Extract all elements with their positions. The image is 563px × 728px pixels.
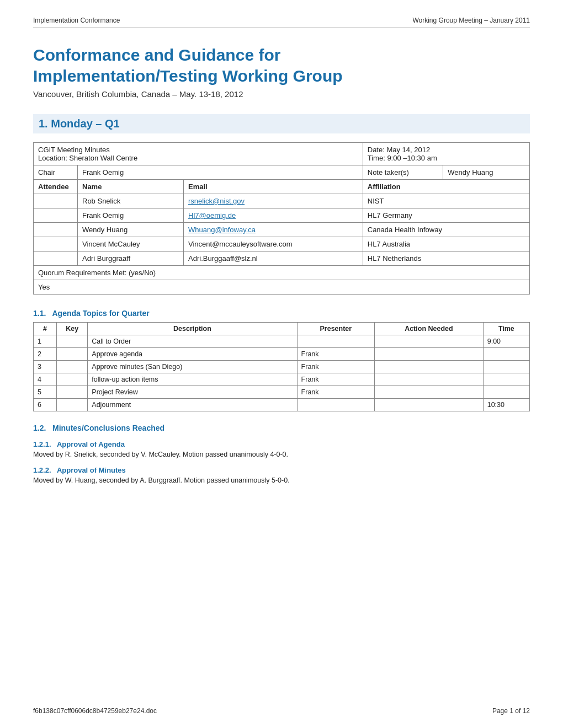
col-action: Action Needed <box>375 323 484 335</box>
agenda-row-6: 6 Adjournment 10:30 <box>34 399 530 411</box>
agenda-time-2 <box>483 348 529 361</box>
name-col-header: Name <box>78 180 184 194</box>
meeting-header-row: CGIT Meeting Minutes Location: Sheraton … <box>34 143 530 165</box>
agenda-desc-5: Project Review <box>88 386 297 399</box>
agenda-time-1: 9:00 <box>483 335 529 348</box>
agenda-key-6 <box>57 399 88 411</box>
agenda-presenter-1 <box>297 335 374 348</box>
main-title: Conformance and Guidance for Implementat… <box>33 45 530 86</box>
attendee-name-1: Rob Snelick <box>78 194 184 208</box>
agenda-row-3: 3 Approve minutes (San Diego) Frank <box>34 361 530 373</box>
note-taker-value-cell: Wendy Huang <box>443 165 530 180</box>
attendee-row-2: Frank Oemig Hl7@oemig.de HL7 Germany <box>34 208 530 223</box>
attendee-name-2: Frank Oemig <box>78 208 184 223</box>
agenda-row-4: 4 follow-up action items Frank <box>34 373 530 386</box>
attendee-affil-5: HL7 Netherlands <box>363 251 529 266</box>
attendee-email-2: Hl7@oemig.de <box>184 208 363 223</box>
footer-right: Page 1 of 12 <box>492 707 530 715</box>
agenda-desc-1: Call to Order <box>88 335 297 348</box>
attendee-header-row: Attendee Name Email Affiliation <box>34 180 530 194</box>
page-header: Implementation Conformance Working Group… <box>33 17 530 28</box>
section1-2-2-heading: 1.2.2. Approval of Minutes <box>33 466 530 474</box>
title-line1: Conformance and Guidance for <box>33 46 280 64</box>
note-taker-label-cell: Note taker(s) <box>363 165 443 180</box>
agenda-key-1 <box>57 335 88 348</box>
agenda-action-4 <box>375 373 484 386</box>
attendee-name-5: Adri Burggraaff <box>78 251 184 266</box>
agenda-num-4: 4 <box>34 373 57 386</box>
attendee-label-1 <box>34 194 78 208</box>
col-num: # <box>34 323 57 335</box>
agenda-num-2: 2 <box>34 348 57 361</box>
header-right: Working Group Meeting – January 2011 <box>412 17 530 24</box>
agenda-row-5: 5 Project Review Frank <box>34 386 530 399</box>
agenda-row-1: 1 Call to Order 9:00 <box>34 335 530 348</box>
agenda-action-6 <box>375 399 484 411</box>
title-line2: Implementation/Testing Working Group <box>33 67 343 85</box>
agenda-presenter-6 <box>297 399 374 411</box>
agenda-desc-4: follow-up action items <box>88 373 297 386</box>
attendee-label-2 <box>34 208 78 223</box>
title-section: Conformance and Guidance for Implementat… <box>33 45 530 99</box>
agenda-header-row: # Key Description Presenter Action Neede… <box>34 323 530 335</box>
attendee-label-5 <box>34 251 78 266</box>
agenda-action-2 <box>375 348 484 361</box>
agenda-row-2: 2 Approve agenda Frank <box>34 348 530 361</box>
chair-label-cell: Chair <box>34 165 78 180</box>
attendee-label-4 <box>34 237 78 251</box>
attendee-email-5: Adri.Burggaaff@slz.nl <box>184 251 363 266</box>
agenda-desc-3: Approve minutes (San Diego) <box>88 361 297 373</box>
attendee-email-1: rsnelick@nist.gov <box>184 194 363 208</box>
agenda-time-4 <box>483 373 529 386</box>
section1-2-1-text: Moved by R. Snelick, seconded by V. McCa… <box>33 451 530 458</box>
agenda-num-1: 1 <box>34 335 57 348</box>
section1-1-heading: 1.1. Agenda Topics for Quarter <box>33 309 530 318</box>
chair-value-cell: Frank Oemig <box>78 165 363 180</box>
agenda-presenter-3: Frank <box>297 361 374 373</box>
chair-row: Chair Frank Oemig Note taker(s) Wendy Hu… <box>34 165 530 180</box>
agenda-time-3 <box>483 361 529 373</box>
meeting-time: Time: 9:00 –10:30 am <box>368 154 525 162</box>
attendee-name-4: Vincent McCauley <box>78 237 184 251</box>
email-col-header: Email <box>184 180 363 194</box>
section1-heading: 1. Monday – Q1 <box>33 114 530 133</box>
attendee-label-3 <box>34 223 78 237</box>
attendee-affil-4: HL7 Australia <box>363 237 529 251</box>
attendee-row-5: Adri Burggraaff Adri.Burggaaff@slz.nl HL… <box>34 251 530 266</box>
meeting-date: Date: May 14, 2012 <box>368 146 525 154</box>
agenda-time-6: 10:30 <box>483 399 529 411</box>
attendee-row-1: Rob Snelick rsnelick@nist.gov NIST <box>34 194 530 208</box>
agenda-presenter-5: Frank <box>297 386 374 399</box>
agenda-table: # Key Description Presenter Action Neede… <box>33 322 530 411</box>
attendee-email-4: Vincent@mccauleysoftware.com <box>184 237 363 251</box>
affiliation-col-header: Affiliation <box>363 180 529 194</box>
quorum-value-cell: Yes <box>34 280 530 295</box>
agenda-action-1 <box>375 335 484 348</box>
header-left: Implementation Conformance <box>33 17 120 24</box>
agenda-key-2 <box>57 348 88 361</box>
meeting-title-cell: CGIT Meeting Minutes Location: Sheraton … <box>34 143 363 165</box>
col-time: Time <box>483 323 529 335</box>
agenda-key-3 <box>57 361 88 373</box>
section1-2-2-text: Moved by W. Huang, seconded by A. Burggr… <box>33 477 530 484</box>
col-key: Key <box>57 323 88 335</box>
agenda-key-5 <box>57 386 88 399</box>
quorum-label-row: Quorum Requirements Met: (yes/No) <box>34 266 530 280</box>
meeting-date-cell: Date: May 14, 2012 Time: 9:00 –10:30 am <box>363 143 529 165</box>
agenda-desc-6: Adjournment <box>88 399 297 411</box>
attendee-affil-3: Canada Health Infoway <box>363 223 529 237</box>
footer-left: f6b138c07cff0606dc8b47259eb27e24.doc <box>33 707 157 715</box>
attendee-name-3: Wendy Huang <box>78 223 184 237</box>
attendee-email-3: Whuang@infoway.ca <box>184 223 363 237</box>
section1-2-heading: 1.2. Minutes/Conclusions Reached <box>33 424 530 432</box>
agenda-action-3 <box>375 361 484 373</box>
meeting-info-table: CGIT Meeting Minutes Location: Sheraton … <box>33 142 530 295</box>
attendee-row-4: Vincent McCauley Vincent@mccauleysoftwar… <box>34 237 530 251</box>
attendee-affil-2: HL7 Germany <box>363 208 529 223</box>
agenda-presenter-2: Frank <box>297 348 374 361</box>
attendee-affil-1: NIST <box>363 194 529 208</box>
quorum-label-cell: Quorum Requirements Met: (yes/No) <box>34 266 530 280</box>
agenda-num-5: 5 <box>34 386 57 399</box>
page-footer: f6b138c07cff0606dc8b47259eb27e24.doc Pag… <box>33 707 530 715</box>
agenda-time-5 <box>483 386 529 399</box>
